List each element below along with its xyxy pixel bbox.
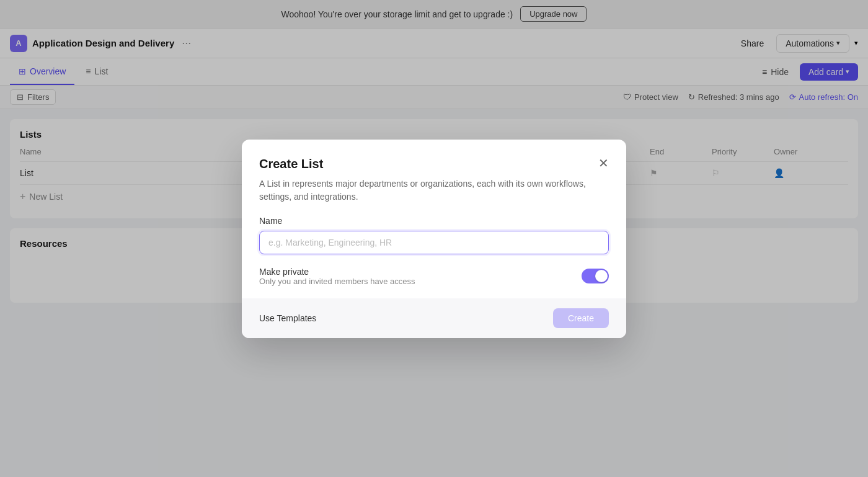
create-button[interactable]: Create [553, 308, 609, 328]
modal-description: A List in represents major departments o… [259, 177, 609, 203]
create-list-modal: Create List ✕ A List in represents major… [242, 140, 626, 338]
make-private-label-group: Make private Only you and invited member… [259, 267, 415, 286]
toggle-thumb [595, 270, 608, 282]
name-label: Name [259, 216, 609, 226]
use-templates-button[interactable]: Use Templates [259, 313, 316, 323]
modal-header: Create List ✕ [259, 157, 609, 171]
modal-close-button[interactable]: ✕ [598, 157, 609, 169]
make-private-row: Make private Only you and invited member… [259, 267, 609, 286]
modal-footer: Use Templates Create [242, 298, 626, 338]
name-input[interactable] [259, 231, 609, 254]
make-private-label: Make private [259, 267, 415, 277]
modal-title: Create List [259, 157, 323, 171]
make-private-toggle[interactable] [582, 269, 609, 283]
make-private-sublabel: Only you and invited members have access [259, 277, 415, 286]
modal-body: Create List ✕ A List in represents major… [242, 140, 626, 286]
modal-overlay: Create List ✕ A List in represents major… [0, 0, 868, 477]
